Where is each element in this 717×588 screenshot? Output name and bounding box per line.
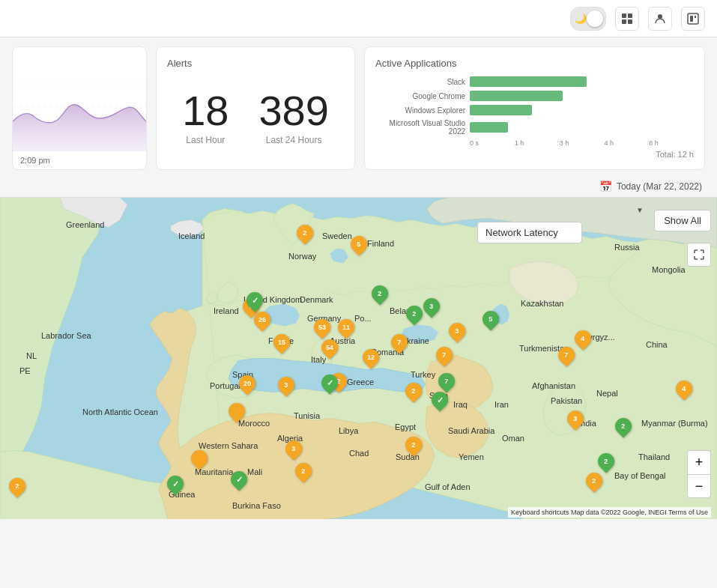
alerts-last-24h-block: 389 Last 24 Hours bbox=[258, 90, 328, 145]
map-marker[interactable]: 3 bbox=[567, 410, 584, 427]
svg-rect-0 bbox=[622, 13, 626, 18]
map-marker[interactable] bbox=[229, 403, 245, 419]
svg-rect-1 bbox=[628, 13, 632, 18]
map-marker[interactable]: 3 bbox=[278, 377, 294, 393]
map-marker[interactable]: ✓ bbox=[231, 471, 247, 488]
map-marker[interactable]: 7 bbox=[438, 373, 455, 390]
alerts-title: Alerts bbox=[167, 58, 344, 69]
calendar-icon: 📅 bbox=[599, 181, 612, 193]
app-bar-row: Microsoft Visual Studio 2022 bbox=[375, 119, 694, 136]
waveform-card: 2:09 pm bbox=[12, 46, 147, 170]
x-axis-label: 4 h bbox=[604, 139, 649, 147]
map-marker[interactable]: 20 bbox=[239, 375, 255, 392]
user-icon-button[interactable] bbox=[648, 7, 672, 31]
map-marker[interactable]: 2 bbox=[372, 285, 388, 302]
app-bar-fill bbox=[470, 91, 563, 101]
map-marker[interactable] bbox=[191, 450, 208, 467]
cards-row: 2:09 pm Alerts 18 Last Hour 389 Last 24 … bbox=[12, 46, 705, 170]
app-bar-label: Windows Explorer bbox=[375, 106, 465, 115]
x-axis-label: 3 h bbox=[560, 139, 605, 147]
map-marker[interactable]: 7 bbox=[436, 347, 453, 363]
apps-x-axis: 0 s1 h3 h4 h6 h bbox=[470, 139, 694, 147]
map-marker[interactable]: 3 bbox=[423, 298, 440, 315]
map-marker[interactable]: 2 bbox=[406, 306, 423, 322]
zoom-in-button[interactable]: + bbox=[687, 450, 711, 474]
fullscreen-button[interactable] bbox=[687, 243, 711, 267]
svg-point-4 bbox=[658, 14, 662, 19]
map-marker[interactable]: 4 bbox=[575, 330, 591, 347]
map-marker[interactable]: 7 bbox=[391, 334, 408, 351]
date-row: 📅 Today (Mar 22, 2022) bbox=[12, 178, 705, 197]
grid-icon bbox=[621, 13, 633, 25]
settings-icon-button[interactable] bbox=[681, 7, 705, 31]
map-marker[interactable]: ✓ bbox=[246, 292, 263, 309]
zoom-out-button[interactable]: − bbox=[687, 474, 711, 498]
map-marker[interactable]: 54 bbox=[321, 339, 338, 356]
map-marker[interactable]: 11 bbox=[338, 319, 354, 336]
alerts-card: Alerts 18 Last Hour 389 Last 24 Hours bbox=[156, 46, 355, 170]
map-marker[interactable]: 53 bbox=[314, 319, 330, 336]
app-bar-fill bbox=[470, 122, 508, 133]
darkmode-toggle[interactable]: 🌙 bbox=[570, 7, 606, 31]
alerts-last-24h-label: Last 24 Hours bbox=[258, 135, 328, 145]
network-latency-dropdown[interactable]: Network LatencyCPU UsageMemory UsageDisk… bbox=[477, 222, 582, 243]
app-bar-label: Slack bbox=[375, 78, 465, 86]
app-bar-row: Google Chrome bbox=[375, 91, 694, 101]
map-marker[interactable]: 2 bbox=[295, 463, 312, 479]
date-text: Today (Mar 22, 2022) bbox=[617, 181, 702, 192]
map-marker[interactable]: 26 bbox=[254, 312, 270, 328]
map-marker[interactable]: 2 bbox=[598, 453, 614, 470]
apps-title: Active Applications bbox=[375, 58, 694, 69]
app-bar-track bbox=[470, 105, 694, 115]
alerts-last-hour-block: 18 Last Hour bbox=[182, 90, 229, 145]
map-attribution: Keyboard shortcuts Map data ©2022 Google… bbox=[508, 507, 711, 518]
map-marker[interactable]: 2 bbox=[405, 383, 422, 399]
map-marker[interactable]: ✓ bbox=[432, 392, 448, 408]
map-marker[interactable]: 15 bbox=[273, 334, 290, 351]
map-marker[interactable]: 4 bbox=[676, 381, 692, 397]
alerts-last-24h-number: 389 bbox=[258, 90, 328, 132]
waveform-time: 2:09 pm bbox=[13, 151, 146, 169]
topbar: 🌙 bbox=[0, 0, 717, 37]
grid-icon-button[interactable] bbox=[615, 7, 639, 31]
dashboard: 2:09 pm Alerts 18 Last Hour 389 Last 24 … bbox=[0, 37, 717, 197]
waveform-svg bbox=[13, 61, 146, 151]
alerts-numbers: 18 Last Hour 389 Last 24 Hours bbox=[167, 76, 344, 159]
map-marker[interactable]: 7 bbox=[558, 347, 575, 363]
user-icon bbox=[654, 13, 666, 25]
app-bar-fill bbox=[470, 76, 587, 87]
map-marker[interactable]: 2 bbox=[297, 225, 313, 241]
app-bar-fill bbox=[470, 105, 532, 115]
map-marker[interactable]: 5 bbox=[351, 236, 367, 252]
svg-rect-7 bbox=[695, 16, 696, 18]
app-bar-track bbox=[470, 122, 694, 133]
svg-rect-3 bbox=[628, 19, 632, 24]
app-bar-label: Microsoft Visual Studio 2022 bbox=[375, 119, 465, 136]
x-axis-label: 1 h bbox=[515, 139, 560, 147]
apps-bar-chart: SlackGoogle ChromeWindows ExplorerMicros… bbox=[375, 76, 694, 136]
x-axis-label: 6 h bbox=[649, 139, 694, 147]
map-marker[interactable]: ✓ bbox=[167, 476, 184, 492]
moon-icon: 🌙 bbox=[575, 13, 587, 24]
map-marker[interactable]: 2 bbox=[405, 437, 422, 453]
map-marker[interactable]: ✓ bbox=[321, 375, 338, 391]
map-marker[interactable]: 3 bbox=[449, 323, 465, 339]
map-marker[interactable]: 2 bbox=[586, 473, 602, 489]
map-marker[interactable]: 2 bbox=[9, 478, 25, 494]
app-bar-track bbox=[470, 91, 694, 101]
show-all-button[interactable]: Show All bbox=[654, 210, 711, 231]
map-marker[interactable]: 2 bbox=[615, 418, 632, 434]
toggle-thumb bbox=[587, 10, 603, 27]
svg-rect-2 bbox=[622, 19, 626, 24]
apps-total: Total: 12 h bbox=[375, 150, 694, 159]
map-marker[interactable]: 5 bbox=[482, 311, 499, 327]
fullscreen-icon bbox=[694, 249, 704, 260]
app-bar-row: Slack bbox=[375, 76, 694, 87]
app-bar-row: Windows Explorer bbox=[375, 105, 694, 115]
map-marker[interactable]: 12 bbox=[363, 349, 379, 366]
alerts-last-hour-number: 18 bbox=[182, 90, 229, 132]
app-bar-label: Google Chrome bbox=[375, 92, 465, 100]
map-container: GreenlandIcelandSwedenRussiaFinlandNorwa… bbox=[0, 197, 717, 519]
alerts-last-hour-label: Last Hour bbox=[182, 135, 229, 145]
map-marker[interactable]: 3 bbox=[285, 440, 302, 457]
